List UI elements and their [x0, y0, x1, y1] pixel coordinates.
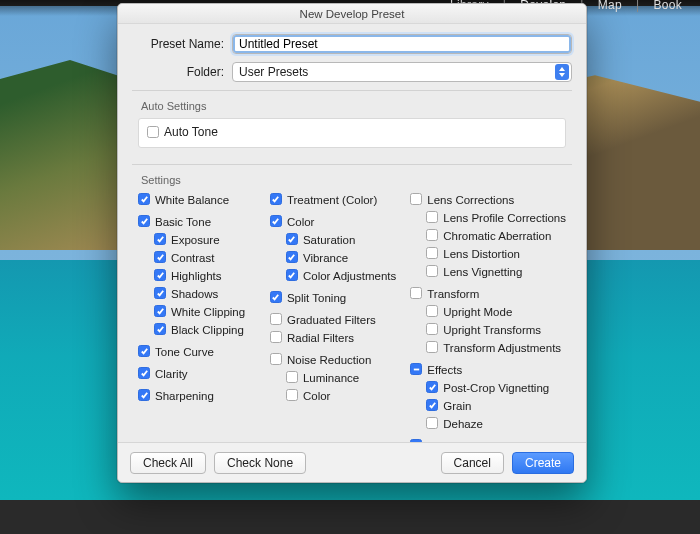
grain-checkbox[interactable] — [426, 399, 438, 411]
lens-distortion-checkbox[interactable] — [426, 247, 438, 259]
post-crop-label: Post-Crop Vignetting — [443, 380, 549, 396]
color-label: Color — [287, 214, 314, 230]
folder-value: User Presets — [239, 65, 308, 79]
settings-col-2: Treatment (Color) Color Saturation Vibra… — [270, 192, 396, 474]
chromatic-label: Chromatic Aberration — [443, 228, 551, 244]
clarity-label: Clarity — [155, 366, 188, 382]
vibrance-label: Vibrance — [303, 250, 348, 266]
graduated-filters-label: Graduated Filters — [287, 312, 376, 328]
transform-adjustments-checkbox[interactable] — [426, 341, 438, 353]
color-nr-label: Color — [303, 388, 330, 404]
basic-tone-label: Basic Tone — [155, 214, 211, 230]
shadows-checkbox[interactable] — [154, 287, 166, 299]
dehaze-checkbox[interactable] — [426, 417, 438, 429]
transform-label: Transform — [427, 286, 479, 302]
color-adjustments-label: Color Adjustments — [303, 268, 396, 284]
sharpening-checkbox[interactable] — [138, 389, 150, 401]
preset-name-input[interactable] — [232, 34, 572, 54]
new-develop-preset-dialog: New Develop Preset Preset Name: Folder: … — [117, 3, 587, 483]
basic-tone-checkbox[interactable] — [138, 215, 150, 227]
tone-curve-checkbox[interactable] — [138, 345, 150, 357]
vibrance-checkbox[interactable] — [286, 251, 298, 263]
preset-name-row: Preset Name: — [132, 34, 572, 54]
lens-vignetting-checkbox[interactable] — [426, 265, 438, 277]
treatment-checkbox[interactable] — [270, 193, 282, 205]
saturation-label: Saturation — [303, 232, 355, 248]
chromatic-checkbox[interactable] — [426, 229, 438, 241]
radial-filters-checkbox[interactable] — [270, 331, 282, 343]
lens-profile-checkbox[interactable] — [426, 211, 438, 223]
folder-row: Folder: User Presets — [132, 62, 572, 82]
upright-transforms-checkbox[interactable] — [426, 323, 438, 335]
lens-distortion-label: Lens Distortion — [443, 246, 520, 262]
exposure-label: Exposure — [171, 232, 220, 248]
check-none-button[interactable]: Check None — [214, 452, 306, 474]
create-button[interactable]: Create — [512, 452, 574, 474]
effects-label: Effects — [427, 362, 462, 378]
effects-checkbox[interactable] — [410, 363, 422, 375]
graduated-filters-checkbox[interactable] — [270, 313, 282, 325]
nav-book[interactable]: Book — [653, 0, 682, 12]
luminance-checkbox[interactable] — [286, 371, 298, 383]
post-crop-checkbox[interactable] — [426, 381, 438, 393]
transform-checkbox[interactable] — [410, 287, 422, 299]
noise-reduction-checkbox[interactable] — [270, 353, 282, 365]
dialog-title: New Develop Preset — [118, 4, 586, 24]
dialog-footer: Check All Check None Cancel Create — [118, 442, 586, 482]
white-balance-label: White Balance — [155, 192, 229, 208]
exposure-checkbox[interactable] — [154, 233, 166, 245]
sharpening-label: Sharpening — [155, 388, 214, 404]
split-toning-label: Split Toning — [287, 290, 346, 306]
upright-mode-checkbox[interactable] — [426, 305, 438, 317]
upright-transforms-label: Upright Transforms — [443, 322, 541, 338]
upright-mode-label: Upright Mode — [443, 304, 512, 320]
black-clipping-label: Black Clipping — [171, 322, 244, 338]
noise-reduction-label: Noise Reduction — [287, 352, 371, 368]
check-all-button[interactable]: Check All — [130, 452, 206, 474]
svg-rect-0 — [414, 368, 419, 370]
clarity-checkbox[interactable] — [138, 367, 150, 379]
lens-profile-label: Lens Profile Corrections — [443, 210, 566, 226]
grain-label: Grain — [443, 398, 471, 414]
treatment-label: Treatment (Color) — [287, 192, 377, 208]
folder-select[interactable]: User Presets — [232, 62, 572, 82]
auto-tone-row: Auto Tone — [138, 118, 566, 148]
lens-corrections-label: Lens Corrections — [427, 192, 514, 208]
dialog-body: Preset Name: Folder: User Presets Auto S… — [118, 24, 586, 498]
white-balance-checkbox[interactable] — [138, 193, 150, 205]
lens-corrections-checkbox[interactable] — [410, 193, 422, 205]
saturation-checkbox[interactable] — [286, 233, 298, 245]
nav-map[interactable]: Map — [598, 0, 622, 12]
shadows-label: Shadows — [171, 286, 218, 302]
settings-group: Settings White Balance Basic Tone Exposu… — [132, 164, 572, 484]
auto-settings-group: Auto Settings Auto Tone — [132, 90, 572, 158]
tone-curve-label: Tone Curve — [155, 344, 214, 360]
settings-col-3: Lens Corrections Lens Profile Correction… — [410, 192, 566, 474]
highlights-checkbox[interactable] — [154, 269, 166, 281]
white-clipping-checkbox[interactable] — [154, 305, 166, 317]
split-toning-checkbox[interactable] — [270, 291, 282, 303]
color-adjustments-checkbox[interactable] — [286, 269, 298, 281]
nav-sep: | — [636, 0, 639, 12]
highlights-label: Highlights — [171, 268, 222, 284]
settings-title: Settings — [138, 174, 184, 186]
black-clipping-checkbox[interactable] — [154, 323, 166, 335]
contrast-checkbox[interactable] — [154, 251, 166, 263]
preset-name-label: Preset Name: — [132, 37, 224, 51]
auto-tone-label: Auto Tone — [164, 125, 218, 139]
radial-filters-label: Radial Filters — [287, 330, 354, 346]
contrast-label: Contrast — [171, 250, 214, 266]
color-nr-checkbox[interactable] — [286, 389, 298, 401]
white-clipping-label: White Clipping — [171, 304, 245, 320]
luminance-label: Luminance — [303, 370, 359, 386]
folder-label: Folder: — [132, 65, 224, 79]
lens-vignetting-label: Lens Vignetting — [443, 264, 522, 280]
select-stepper-icon — [555, 64, 569, 80]
settings-col-1: White Balance Basic Tone Exposure Contra… — [138, 192, 256, 474]
dehaze-label: Dehaze — [443, 416, 483, 432]
settings-columns: White Balance Basic Tone Exposure Contra… — [138, 192, 566, 474]
color-checkbox[interactable] — [270, 215, 282, 227]
auto-tone-checkbox[interactable] — [147, 126, 159, 138]
cancel-button[interactable]: Cancel — [441, 452, 504, 474]
auto-settings-title: Auto Settings — [138, 100, 209, 112]
